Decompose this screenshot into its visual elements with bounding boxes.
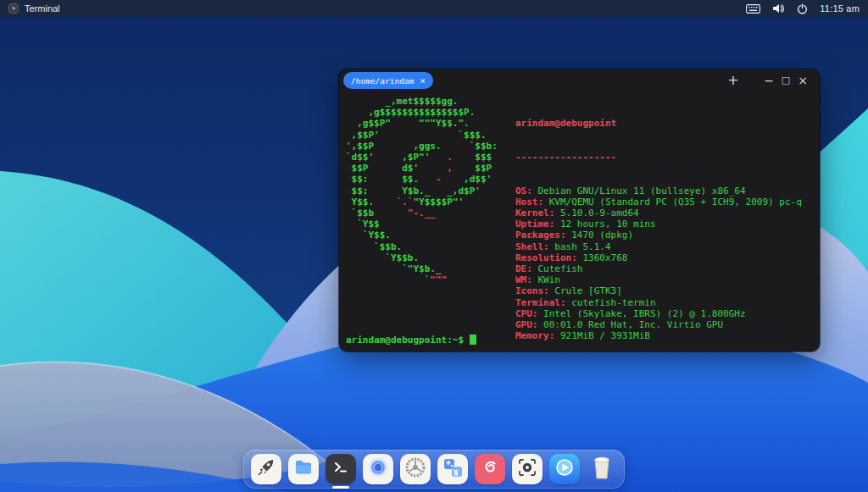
terminal-tab-title: /home/arindam: [351, 76, 414, 86]
info-row: Memory: 921MiB / 3931MiB: [515, 330, 802, 341]
trash-icon: [589, 454, 615, 484]
tab-close-icon[interactable]: ×: [420, 76, 426, 86]
info-row: Host: KVM/QEMU (Standard PC (Q35 + ICH9,…: [515, 196, 802, 207]
power-icon[interactable]: [797, 3, 808, 14]
neofetch-title: arindam@debugpoint: [515, 118, 616, 129]
clock[interactable]: 11:15 am: [820, 3, 860, 14]
minimize-button[interactable]: −: [760, 72, 777, 89]
terminal-icon: [330, 456, 352, 482]
dock-item-software[interactable]: [475, 454, 505, 484]
info-row: Packages: 1470 (dpkg): [515, 229, 802, 240]
dock-item-calculator[interactable]: [437, 454, 468, 484]
top-bar: > Terminal 11:15 am: [0, 0, 868, 17]
dock-item-browser[interactable]: [363, 454, 393, 484]
dock: [243, 450, 625, 489]
dock-item-trash[interactable]: [587, 454, 617, 484]
info-row: Uptime: 12 hours, 10 mins: [515, 218, 802, 229]
dock-item-files[interactable]: [288, 454, 319, 484]
browser-icon: [366, 456, 390, 483]
screenshot-icon: [515, 456, 539, 483]
terminal-tab[interactable]: /home/arindam ×: [343, 72, 433, 89]
info-row: Icons: Crule [GTK3]: [515, 285, 802, 296]
calculator-icon: [441, 456, 465, 483]
info-row: GPU: 00:01.0 Red Hat, Inc. Virtio GPU: [515, 319, 802, 330]
terminal-cursor: [470, 334, 476, 345]
ascii-art: _,met$$$$$gg. ,g$$$$$$$$$$$$$$$P. ,g$$P"…: [346, 96, 498, 285]
app-window-icon: >: [8, 3, 19, 14]
maximize-button[interactable]: □: [777, 72, 794, 89]
dock-item-terminal[interactable]: [326, 454, 356, 484]
info-row: DE: Cutefish: [515, 263, 802, 274]
video-player-icon: [553, 456, 576, 483]
dock-item-video-player[interactable]: [549, 454, 580, 484]
dock-item-settings[interactable]: [400, 454, 431, 484]
dock-item-launcher[interactable]: [251, 454, 281, 484]
keyboard-icon[interactable]: [746, 4, 760, 14]
terminal-titlebar[interactable]: /home/arindam × + − □ ×: [339, 69, 820, 91]
neofetch-separator: ------------------: [515, 152, 616, 163]
folder-icon: [292, 456, 314, 482]
info-row: Shell: bash 5.1.4: [515, 241, 802, 252]
terminal-window: /home/arindam × + − □ × _,met$$$$$gg. ,g…: [339, 69, 820, 351]
terminal-content[interactable]: _,met$$$$$gg. ,g$$$$$$$$$$$$$$$P. ,g$$P"…: [339, 91, 820, 351]
new-tab-button[interactable]: +: [725, 72, 742, 89]
neofetch-info: arindam@debugpoint ------------------ OS…: [515, 96, 802, 351]
active-app-title: Terminal: [25, 3, 60, 14]
rocket-icon: [255, 456, 277, 482]
debian-swirl-icon: [479, 456, 501, 482]
info-row: CPU: Intel (Skylake, IBRS) (2) @ 1.800GH…: [515, 308, 802, 319]
volume-icon[interactable]: [772, 3, 785, 14]
info-row: WM: KWin: [515, 274, 802, 285]
neofetch-info-lines: OS: Debian GNU/Linux 11 (bullseye) x86_6…: [515, 185, 802, 342]
settings-icon: [403, 456, 427, 483]
shell-prompt: arindam@debugpoint:~$: [346, 334, 476, 346]
close-button[interactable]: ×: [794, 72, 811, 89]
info-row: Kernel: 5.10.0-9-amd64: [515, 207, 802, 218]
info-row: OS: Debian GNU/Linux 11 (bullseye) x86_6…: [515, 185, 802, 196]
active-app-indicator: [332, 486, 349, 489]
info-row: Resolution: 1360x768: [515, 252, 802, 263]
dock-item-screenshot[interactable]: [512, 454, 542, 484]
info-row: Terminal: cutefish-termin: [515, 297, 802, 308]
